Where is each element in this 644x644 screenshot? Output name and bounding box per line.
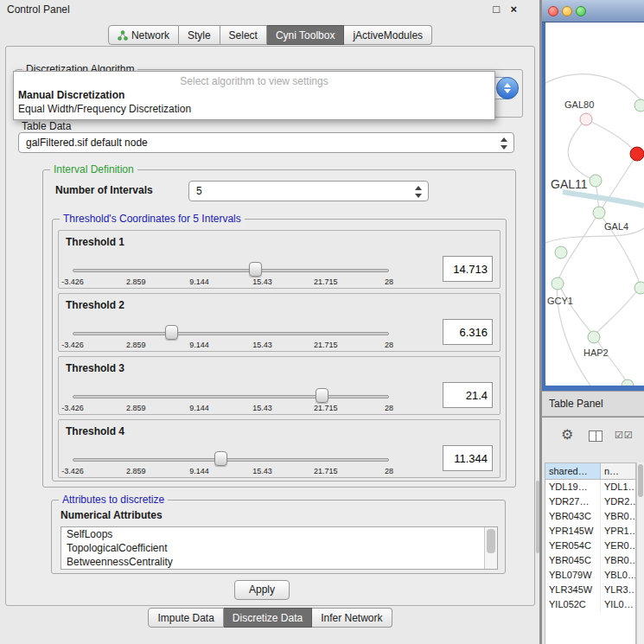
column-header-shared-name[interactable]: shared… — [545, 463, 601, 479]
cell-name[interactable]: YER0… — [601, 539, 635, 553]
table-row[interactable]: YBR043C YBR0… — [545, 509, 635, 524]
dropdown-option-manual-discretization[interactable]: Manual Discretization — [14, 88, 494, 102]
table-row[interactable]: YLR345W YLR3… — [545, 583, 635, 597]
cell-shared-name[interactable]: YBR045C — [545, 553, 601, 568]
network-node[interactable] — [593, 207, 605, 219]
slider-thumb[interactable] — [165, 325, 178, 340]
slider-track[interactable] — [73, 458, 389, 462]
control-panel-scrollbar[interactable] — [536, 481, 539, 553]
gear-icon[interactable]: ⚙ — [561, 428, 573, 442]
tab-jactivemodules-label: jActiveModules — [353, 29, 423, 41]
cell-name[interactable]: YDL1… — [601, 480, 635, 494]
slider-track[interactable] — [73, 395, 389, 399]
tab-cyni-toolbox[interactable]: Cyni Toolbox — [267, 25, 344, 45]
threshold-4-slider[interactable]: -3.426 2.859 9.144 15.43 21.715 28 — [73, 453, 389, 477]
tab-network[interactable]: Network — [108, 25, 179, 45]
list-scrollbar[interactable] — [484, 527, 497, 569]
select-columns-checkboxes-icon[interactable]: ☑☑ — [615, 430, 634, 441]
tab-impute-data[interactable]: Impute Data — [148, 608, 223, 628]
network-node[interactable] — [634, 282, 644, 294]
cell-shared-name[interactable]: YER054C — [545, 539, 601, 553]
network-node[interactable] — [580, 113, 592, 125]
cell-shared-name[interactable]: YIL052C — [545, 597, 601, 612]
tab-select[interactable]: Select — [220, 25, 267, 45]
close-icon[interactable]: × — [510, 0, 517, 19]
slider-thumb[interactable] — [316, 388, 328, 403]
network-node[interactable] — [622, 379, 634, 386]
scale-tick: 2.859 — [126, 467, 146, 475]
zoom-traffic-light[interactable] — [576, 6, 586, 16]
slider-thumb[interactable] — [214, 451, 227, 466]
float-window-icon[interactable]: □ — [493, 0, 500, 19]
columns-icon[interactable] — [589, 430, 603, 442]
cell-name[interactable]: YPR1… — [601, 524, 635, 539]
cell-shared-name[interactable]: YDL19… — [545, 480, 601, 494]
column-header-name[interactable]: n… — [601, 463, 635, 479]
combo-arrows-icon[interactable] — [496, 77, 519, 99]
cell-name[interactable]: YLR3… — [601, 583, 635, 597]
table-data-select[interactable]: galFiltered.sif default node — [18, 132, 514, 153]
list-item[interactable]: TopologicalCoefficient — [61, 541, 497, 555]
tab-infer-network-label: Infer Network — [321, 612, 382, 624]
combo-arrows-icon[interactable] — [415, 186, 422, 198]
table-row[interactable]: YDR27… YDR2… — [545, 494, 635, 509]
threshold-1-value-field[interactable] — [443, 256, 493, 282]
algorithm-dropdown-popup: Select algorithm to view settings Manual… — [13, 71, 495, 120]
slider-track[interactable] — [73, 332, 389, 335]
control-panel-titlebar: Control Panel □ × — [0, 0, 539, 19]
network-node[interactable] — [588, 331, 600, 343]
threshold-2-value-field[interactable] — [443, 319, 493, 345]
scale-tick: 2.859 — [126, 341, 146, 349]
network-node[interactable] — [590, 175, 602, 187]
cell-shared-name[interactable]: YDR27… — [545, 494, 601, 509]
table-row[interactable]: YBL079W YBL0… — [545, 568, 635, 583]
network-node[interactable] — [634, 99, 644, 112]
table-row[interactable]: YIL052C YIL0… — [545, 597, 635, 612]
cell-name[interactable]: YBL0… — [601, 568, 635, 583]
threshold-3-panel: Threshold 3 -3.426 2.859 9.144 15.43 21.… — [58, 356, 501, 415]
tab-style[interactable]: Style — [179, 25, 220, 45]
scrollbar-thumb[interactable] — [638, 464, 643, 497]
threshold-1-slider[interactable]: -3.426 2.859 9.144 15.43 21.715 28 — [73, 264, 389, 288]
cell-name[interactable]: YBR0… — [601, 509, 635, 524]
interval-definition-group: Interval Definition Number of Intervals … — [42, 169, 516, 488]
tab-discretize-data[interactable]: Discretize Data — [224, 608, 312, 628]
table-row[interactable]: YBR045C YBR0… — [545, 553, 635, 568]
slider-track[interactable] — [73, 269, 389, 272]
threshold-3-value-field[interactable] — [443, 382, 493, 408]
dropdown-option-equal-width[interactable]: Equal Width/Frequency Discretization — [14, 102, 494, 116]
tab-jactivemodules[interactable]: jActiveModules — [344, 25, 432, 45]
tab-discretize-data-label: Discretize Data — [233, 612, 303, 624]
threshold-4-value-field[interactable] — [443, 445, 493, 471]
cell-name[interactable]: YBR0… — [601, 553, 635, 568]
cell-shared-name[interactable]: YBL079W — [545, 568, 601, 583]
scale-tick: -3.426 — [61, 277, 84, 286]
network-node[interactable] — [552, 277, 564, 290]
list-item[interactable]: BetweennessCentrality — [61, 555, 497, 569]
table-row[interactable]: YER054C YER0… — [545, 539, 635, 553]
table-scrollbar[interactable] — [636, 462, 644, 644]
tab-infer-network[interactable]: Infer Network — [312, 608, 392, 628]
combo-arrows-icon[interactable] — [501, 137, 507, 150]
threshold-3-slider[interactable]: -3.426 2.859 9.144 15.43 21.715 28 — [73, 390, 389, 414]
cell-shared-name[interactable]: YLR345W — [545, 583, 601, 597]
network-node[interactable] — [555, 246, 567, 258]
scrollbar-thumb[interactable] — [487, 529, 495, 553]
node-label: HAP2 — [583, 348, 609, 358]
slider-thumb[interactable] — [249, 262, 262, 277]
table-row[interactable]: YDL19… YDL1… — [545, 480, 635, 494]
list-item[interactable]: SelfLoops — [61, 527, 497, 541]
cell-shared-name[interactable]: YPR145W — [545, 524, 601, 539]
apply-button[interactable]: Apply — [234, 580, 290, 600]
minimize-traffic-light[interactable] — [562, 6, 572, 16]
number-of-intervals-select[interactable]: 5 — [188, 181, 429, 201]
network-node-selected[interactable] — [630, 147, 644, 161]
table-row[interactable]: YPR145W YPR1… — [545, 524, 635, 539]
threshold-2-slider[interactable]: -3.426 2.859 9.144 15.43 21.715 28 — [73, 327, 389, 351]
cell-name[interactable]: YIL0… — [601, 597, 635, 612]
network-graph: GAL80 GAL11 GAL4 GCY1 HAP2 — [545, 22, 644, 386]
cell-shared-name[interactable]: YBR043C — [545, 509, 601, 524]
cell-name[interactable]: YDR2… — [601, 494, 635, 509]
network-canvas[interactable]: GAL80 GAL11 GAL4 GCY1 HAP2 — [545, 22, 644, 386]
close-traffic-light[interactable] — [548, 6, 558, 16]
